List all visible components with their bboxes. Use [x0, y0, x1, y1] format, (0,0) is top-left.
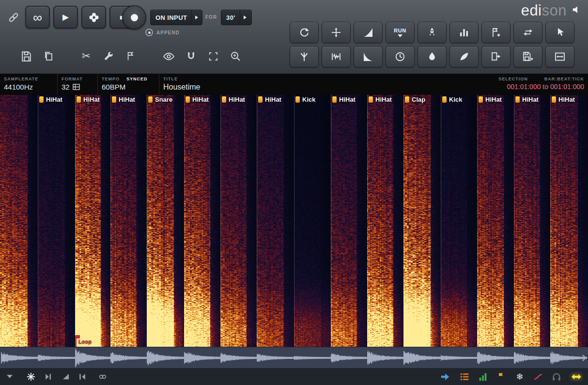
- chevron-left-icon: [1, 354, 6, 361]
- wrench-icon[interactable]: [102, 49, 115, 63]
- waveform-canvas[interactable]: [0, 347, 588, 369]
- tool-grid: RUN: [290, 22, 574, 67]
- tempo-label: TEMPO: [102, 77, 120, 81]
- freeze-button[interactable]: ❄: [513, 370, 526, 384]
- analyze-button[interactable]: [449, 22, 479, 43]
- convert-button[interactable]: [513, 22, 542, 43]
- chevron-down-icon: [6, 374, 13, 379]
- marker-forward-button[interactable]: [42, 370, 55, 384]
- slide-button[interactable]: [481, 46, 511, 67]
- chevron-right-icon: [240, 10, 250, 25]
- sharpen-button[interactable]: [449, 46, 479, 67]
- marker-tool-icon[interactable]: [124, 49, 138, 63]
- title-field[interactable]: TITLE Housetime: [159, 74, 458, 95]
- eye-icon[interactable]: [162, 49, 175, 63]
- duration-select[interactable]: 30': [221, 10, 252, 25]
- scroll-left-button[interactable]: [0, 347, 8, 369]
- orange-flag-icon: [496, 372, 506, 382]
- record-button[interactable]: [122, 5, 146, 30]
- link-selection-button[interactable]: [96, 370, 109, 384]
- time-tool-button[interactable]: [386, 46, 415, 67]
- normalize-button[interactable]: [322, 22, 351, 43]
- select-tool-button[interactable]: [545, 22, 574, 43]
- copy-icon[interactable]: [42, 49, 55, 63]
- spectrum-mode-button[interactable]: [24, 370, 38, 384]
- record-mode-button[interactable]: [81, 6, 106, 29]
- chevron-right-icon: [582, 354, 587, 361]
- ramp-tool-button[interactable]: [59, 370, 73, 384]
- send-to-playlist-button[interactable]: [438, 370, 452, 384]
- transport-controls: ∞ ▶ ■: [25, 6, 134, 29]
- marker-flag-button[interactable]: [495, 370, 508, 384]
- preview-button[interactable]: [550, 370, 563, 384]
- blue-arrow-icon: [440, 371, 450, 382]
- save-arrow-icon: [522, 51, 534, 62]
- record-trigger-select[interactable]: ON INPUT: [150, 10, 202, 25]
- selection-value: 001:01:000 to 001:01:000: [463, 83, 584, 91]
- tempo-field[interactable]: TEMPOSYNCED 60BPM: [98, 74, 159, 95]
- stretch-mode-button[interactable]: [570, 370, 583, 384]
- fade-out-icon: [362, 51, 374, 62]
- select-region-icon[interactable]: [206, 49, 220, 63]
- smooth-curve-button[interactable]: [531, 370, 545, 384]
- marker-back-button[interactable]: [76, 370, 89, 384]
- levels-button[interactable]: [476, 370, 490, 384]
- spectrogram-canvas[interactable]: [0, 95, 588, 347]
- leaf-icon: [458, 51, 470, 62]
- loop-flag-icon: [77, 335, 80, 339]
- loop-button[interactable]: ∞: [25, 6, 50, 29]
- declip-button[interactable]: [290, 46, 319, 67]
- reverse-button[interactable]: [290, 22, 319, 43]
- app-logo: edison: [521, 2, 567, 19]
- marker-plus-icon: [490, 27, 502, 38]
- loop-marker[interactable]: Loop: [75, 335, 92, 347]
- samplerate-value: 44100Hz: [4, 83, 52, 91]
- fit-zoom-button[interactable]: [545, 46, 574, 67]
- link-icon[interactable]: [7, 11, 20, 24]
- tempo-value: 60BPM: [102, 83, 154, 91]
- format-icon: [73, 84, 80, 90]
- clock-icon: [394, 51, 406, 62]
- info-bar: SAMPLERATE 44100Hz FORMAT 32 TEMPOSYNCED…: [0, 74, 588, 95]
- run-script-button[interactable]: RUN: [386, 22, 415, 43]
- append-radio[interactable]: APPEND: [145, 29, 180, 36]
- chevron-down-icon: [398, 34, 402, 37]
- rocket-icon: [426, 27, 438, 38]
- fade-in-button[interactable]: [354, 22, 383, 43]
- title-label: TITLE: [163, 77, 178, 81]
- top-toolbar: ∞ ▶ ■ ON INPUT FOR 30' APPEND ✂: [0, 0, 588, 74]
- duration-value: 30': [226, 14, 235, 21]
- loop-line: [75, 335, 77, 347]
- save-icon[interactable]: [19, 49, 33, 63]
- edit-list-button[interactable]: [458, 370, 471, 384]
- convolution-button[interactable]: [322, 46, 351, 67]
- add-marker-button[interactable]: [481, 22, 511, 43]
- chain-icon: [98, 372, 108, 382]
- bar-chart-icon: [458, 27, 470, 38]
- for-label: FOR: [205, 15, 217, 20]
- cursor-icon: [554, 27, 566, 38]
- edison-window: ∞ ▶ ■ ON INPUT FOR 30' APPEND ✂: [0, 0, 588, 385]
- spectrogram-view: HiHatHiHatHiHatSnareHiHatHiHatHiHatKickH…: [0, 95, 588, 347]
- speaker-icon[interactable]: [572, 4, 582, 17]
- chevron-right-icon: [191, 10, 201, 25]
- barbeattick-label: BAR:BEAT:TICK: [544, 77, 584, 81]
- save-sample-button[interactable]: [513, 46, 542, 67]
- play-button[interactable]: ▶: [53, 6, 78, 29]
- zoom-icon[interactable]: [229, 49, 242, 63]
- reverse-icon: [298, 27, 310, 38]
- selection-field: SELECTIONBAR:BEAT:TICK 001:01:000 to 001…: [458, 74, 588, 95]
- samplerate-field: SAMPLERATE 44100Hz: [0, 74, 58, 95]
- fade-out-button[interactable]: [354, 46, 383, 67]
- magnet-icon[interactable]: [184, 49, 198, 63]
- amplify-button[interactable]: [418, 22, 447, 43]
- format-field[interactable]: FORMAT 32: [58, 74, 98, 95]
- fan-icon: [88, 12, 100, 23]
- scissors-icon[interactable]: ✂: [79, 49, 93, 63]
- scroll-right-button[interactable]: [580, 347, 588, 369]
- claw-icon: [298, 51, 310, 62]
- record-trigger-value: ON INPUT: [155, 14, 187, 21]
- blur-button[interactable]: [418, 46, 447, 67]
- view-options-button[interactable]: [3, 370, 16, 384]
- normalize-icon: [330, 27, 342, 38]
